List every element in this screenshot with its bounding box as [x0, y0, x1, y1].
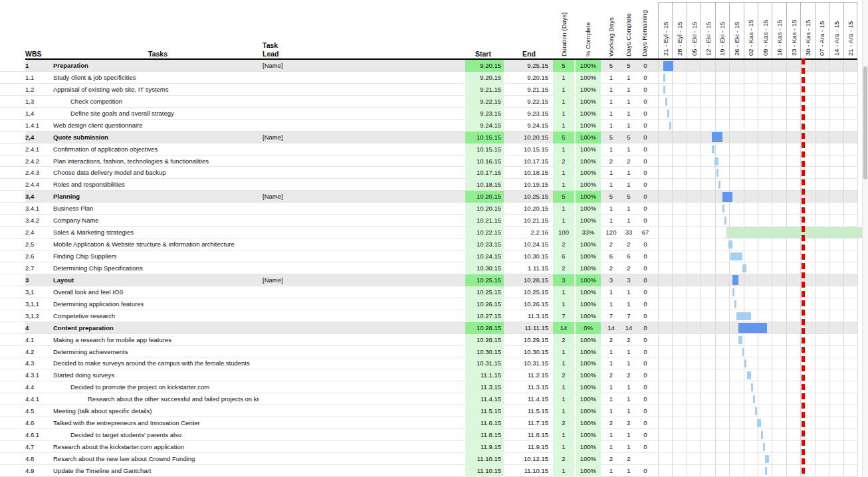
cell-end[interactable]: 10.21.15 — [506, 215, 551, 227]
cell-days-complete[interactable]: 1 — [621, 381, 636, 393]
cell-duration[interactable]: 1 — [553, 465, 574, 477]
cell-start[interactable]: 11.10.15 — [465, 465, 504, 477]
cell-task[interactable]: Confirmation of application objectives — [53, 143, 259, 155]
cell-pct-complete[interactable]: 100% — [576, 72, 601, 84]
cell-task[interactable]: Making a research for mobile app feature… — [53, 334, 259, 346]
cell-pct-complete[interactable]: 100% — [576, 203, 601, 215]
cell-days-remaining[interactable]: 0 — [637, 203, 653, 215]
cell-pct-complete[interactable]: 100% — [576, 108, 601, 120]
cell-start[interactable]: 10.21.15 — [465, 215, 504, 227]
cell-end[interactable]: 10.15.15 — [506, 143, 551, 155]
cell-end[interactable]: 10.25.15 — [506, 286, 551, 298]
cell-wbs[interactable]: 2.4.2 — [25, 155, 53, 167]
scrollbar-thumb[interactable] — [863, 66, 867, 179]
cell-duration[interactable]: 1 — [553, 215, 574, 227]
cell-start[interactable]: 10.30.15 — [465, 262, 504, 274]
cell-task[interactable]: Decided to promote the project on kickst… — [70, 381, 259, 393]
cell-start[interactable]: 11.8.15 — [465, 429, 504, 441]
cell-working-days[interactable]: 5 — [602, 60, 620, 72]
cell-pct-complete[interactable]: 100% — [576, 262, 601, 274]
cell-start[interactable]: 9.21.15 — [465, 84, 504, 96]
cell-days-complete[interactable]: 1 — [621, 441, 636, 453]
cell-end[interactable]: 2.2.16 — [506, 227, 551, 238]
cell-days-remaining[interactable]: 0 — [637, 393, 653, 405]
cell-working-days[interactable]: 1 — [602, 393, 620, 405]
cell-task[interactable]: Update the Timeline and Gantchart — [53, 465, 259, 477]
cell-duration[interactable]: 2 — [553, 417, 574, 429]
cell-days-remaining[interactable]: 0 — [637, 298, 653, 310]
cell-days-remaining[interactable]: 0 — [637, 120, 653, 132]
cell-wbs[interactable]: 2.7 — [25, 262, 53, 274]
cell-wbs[interactable]: 4.5 — [25, 405, 53, 417]
cell-task[interactable]: Plan interactions, fashion, technologies… — [53, 155, 259, 167]
cell-days-remaining[interactable]: 67 — [637, 227, 653, 238]
cell-duration[interactable]: 2 — [553, 155, 574, 167]
cell-days-complete[interactable]: 1 — [621, 84, 636, 96]
cell-pct-complete[interactable]: 100% — [576, 84, 601, 96]
cell-working-days[interactable]: 2 — [602, 369, 620, 381]
cell-duration[interactable]: 1 — [553, 120, 574, 132]
cell-working-days[interactable]: 1 — [602, 179, 620, 191]
cell-working-days[interactable]: 1 — [602, 381, 620, 393]
cell-duration[interactable]: 3 — [553, 274, 574, 286]
cell-end[interactable]: 11.8.15 — [506, 429, 551, 441]
cell-task[interactable]: Resarch about the new law about Crownd F… — [53, 453, 259, 465]
cell-working-days[interactable]: 1 — [602, 298, 620, 310]
cell-working-days[interactable]: 1 — [602, 286, 620, 298]
cell-task[interactable]: Business Plan — [53, 203, 259, 215]
cell-duration[interactable]: 1 — [553, 179, 574, 191]
task-row[interactable]: 2.4Sales & Marketing strategies10.22.152… — [0, 227, 857, 238]
cell-working-days[interactable]: 1 — [602, 120, 620, 132]
cell-working-days[interactable]: 1 — [602, 405, 620, 417]
cell-task[interactable]: Research about the kickstarter.com appli… — [53, 441, 259, 453]
cell-start[interactable]: 9.20.15 — [465, 60, 504, 72]
cell-days-complete[interactable]: 1 — [621, 429, 636, 441]
cell-pct-complete[interactable]: 100% — [576, 155, 601, 167]
cell-end[interactable]: 10.28.15 — [506, 274, 551, 286]
cell-pct-complete[interactable]: 100% — [576, 405, 601, 417]
cell-duration[interactable]: 100 — [553, 227, 574, 238]
cell-pct-complete[interactable]: 100% — [576, 132, 601, 143]
cell-start[interactable]: 11.4.15 — [465, 393, 504, 405]
cell-working-days[interactable]: 5 — [602, 132, 620, 143]
cell-pct-complete[interactable]: 100% — [576, 120, 601, 132]
cell-wbs[interactable]: 4.6 — [25, 417, 53, 429]
cell-duration[interactable]: 2 — [553, 334, 574, 346]
cell-task[interactable]: Meeting (talk about specific details) — [53, 405, 259, 417]
cell-wbs[interactable]: 1.4.1 — [25, 120, 53, 132]
cell-duration[interactable]: 1 — [553, 96, 574, 108]
cell-end[interactable]: 10.18.15 — [506, 167, 551, 179]
cell-pct-complete[interactable]: 100% — [576, 286, 601, 298]
cell-days-complete[interactable]: 1 — [621, 120, 636, 132]
cell-days-remaining[interactable]: 0 — [637, 250, 653, 262]
cell-start[interactable]: 10.26.15 — [465, 298, 504, 310]
cell-task[interactable]: Define site goals and overall strategy — [70, 108, 259, 120]
cell-end[interactable]: 9.21.15 — [506, 84, 551, 96]
cell-duration[interactable]: 1 — [553, 357, 574, 369]
cell-start[interactable]: 11.9.15 — [465, 441, 504, 453]
cell-days-complete[interactable]: 6 — [621, 250, 636, 262]
cell-end[interactable]: 10.17.15 — [506, 155, 551, 167]
cell-days-remaining[interactable]: 0 — [637, 417, 653, 429]
cell-wbs[interactable]: 4.1 — [25, 334, 53, 346]
cell-days-complete[interactable]: 1 — [621, 143, 636, 155]
cell-task[interactable]: Company Name — [53, 215, 259, 227]
cell-working-days[interactable]: 1 — [602, 203, 620, 215]
cell-days-complete[interactable]: 2 — [621, 155, 636, 167]
cell-start[interactable]: 10.18.15 — [465, 179, 504, 191]
cell-end[interactable]: 10.30.15 — [506, 250, 551, 262]
cell-days-complete[interactable]: 2 — [621, 334, 636, 346]
cell-duration[interactable]: 1 — [553, 286, 574, 298]
cell-start[interactable]: 9.22.15 — [465, 96, 504, 108]
cell-working-days[interactable]: 7 — [602, 310, 620, 322]
cell-working-days[interactable]: 2 — [602, 262, 620, 274]
cell-end[interactable]: 11.9.15 — [506, 441, 551, 453]
cell-end[interactable]: 10.12.15 — [506, 453, 551, 465]
cell-wbs[interactable]: 1 — [25, 60, 53, 72]
cell-task[interactable]: Decided to make surveys around the campu… — [53, 357, 259, 369]
cell-working-days[interactable]: 2 — [602, 238, 620, 250]
cell-end[interactable]: 9.22.15 — [506, 96, 551, 108]
cell-pct-complete[interactable]: 100% — [576, 441, 601, 453]
cell-wbs[interactable]: 3,4 — [25, 191, 53, 203]
cell-days-complete[interactable]: 14 — [621, 322, 636, 334]
